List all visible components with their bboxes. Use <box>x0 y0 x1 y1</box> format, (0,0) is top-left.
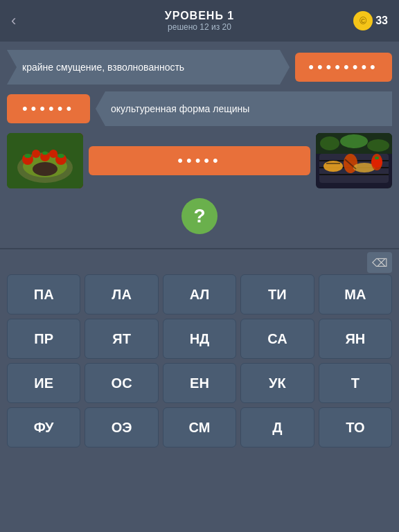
letter-cell-0-0[interactable]: ПА <box>7 274 80 314</box>
back-button[interactable]: ‹ <box>11 12 16 30</box>
delete-row: ⌫ <box>0 252 399 273</box>
coins-display: © 33 <box>353 11 388 30</box>
letter-cell-3-1[interactable]: ОЭ <box>85 407 158 447</box>
letter-cell-3-3[interactable]: Д <box>240 407 314 447</box>
letter-cell-2-2[interactable]: ЕН <box>163 363 236 403</box>
svg-point-28 <box>367 139 389 152</box>
svg-point-11 <box>33 162 57 176</box>
svg-point-17 <box>323 161 343 172</box>
letter-cell-0-3[interactable]: ТИ <box>240 274 314 314</box>
letter-cell-0-2[interactable]: АЛ <box>163 274 236 314</box>
clue-box-1: крайне смущение, взволнованность <box>7 50 290 85</box>
svg-point-27 <box>340 134 368 148</box>
divider <box>0 248 399 249</box>
letter-cell-0-4[interactable]: МА <box>319 274 392 314</box>
letter-cell-1-3[interactable]: СА <box>240 319 314 359</box>
letter-cell-3-0[interactable]: ФУ <box>7 407 80 447</box>
svg-point-22 <box>375 157 379 159</box>
svg-point-8 <box>24 154 31 158</box>
letter-cell-1-0[interactable]: ПР <box>7 319 80 359</box>
answer-box-3[interactable]: ••••• <box>89 146 310 175</box>
clue-row-2: •••••• окультуренная форма лещины <box>7 91 392 126</box>
level-title: УРОВЕНЬ 1 <box>165 10 234 22</box>
food-image-1 <box>7 133 83 188</box>
letter-cell-1-2[interactable]: НД <box>163 319 236 359</box>
svg-point-6 <box>32 150 40 158</box>
letter-grid: ПАЛААЛТИМАПРЯТНДСАЯНИЕОСЕНУКТФУОЭСМДТО <box>0 274 399 447</box>
progress-text: решено 12 из 20 <box>165 22 234 32</box>
question-circle[interactable]: ? <box>181 198 218 234</box>
food-image-2 <box>316 133 392 188</box>
svg-point-9 <box>42 152 48 155</box>
letter-cell-2-4[interactable]: Т <box>319 363 392 403</box>
letter-cell-1-4[interactable]: ЯН <box>319 319 392 359</box>
clue-row-3: ••••• <box>7 133 392 188</box>
clue-box-2: окультуренная форма лещины <box>96 91 392 126</box>
coin-count: 33 <box>375 15 388 27</box>
clue-row-1: крайне смущение, взволнованность •••••••… <box>7 50 392 85</box>
header-center: УРОВЕНЬ 1 решено 12 из 20 <box>165 10 234 32</box>
letter-cell-2-1[interactable]: ОС <box>85 363 158 403</box>
svg-point-10 <box>57 154 64 158</box>
answer-box-2[interactable]: •••••• <box>7 94 90 123</box>
letter-cell-2-3[interactable]: УК <box>240 363 314 403</box>
clue-text-1: крайне смущение, взволнованность <box>22 62 184 73</box>
clue-text-2: окультуренная форма лещины <box>111 103 249 114</box>
letter-cell-0-1[interactable]: ЛА <box>85 274 158 314</box>
letter-cell-3-2[interactable]: СМ <box>163 407 236 447</box>
question-row: ? <box>7 198 392 234</box>
letter-cell-2-0[interactable]: ИЕ <box>7 363 80 403</box>
answer-box-1[interactable]: •••••••• <box>295 53 392 82</box>
coin-icon: © <box>353 11 373 30</box>
header: ‹ УРОВЕНЬ 1 решено 12 из 20 © 33 <box>0 0 399 42</box>
svg-point-7 <box>49 150 57 158</box>
game-area: крайне смущение, взволнованность •••••••… <box>0 42 399 245</box>
delete-button[interactable]: ⌫ <box>367 252 392 273</box>
svg-point-26 <box>320 136 339 150</box>
letter-cell-3-4[interactable]: ТО <box>319 407 392 447</box>
letter-cell-1-1[interactable]: ЯТ <box>85 319 158 359</box>
